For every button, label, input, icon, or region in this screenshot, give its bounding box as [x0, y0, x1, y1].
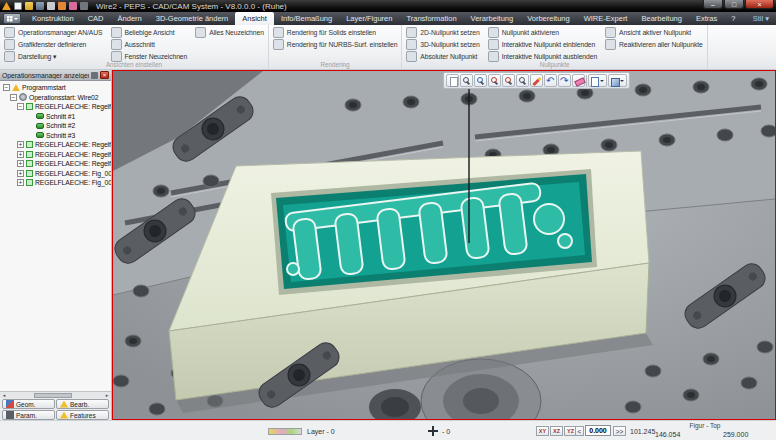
expand-toggle-icon[interactable]: [17, 160, 24, 167]
ribbon-button[interactable]: Grafikfenster definieren: [4, 39, 103, 50]
ribbon-button[interactable]: Rendering für NURBS-Surf. einstellen: [273, 39, 398, 50]
tree-row[interactable]: Schnitt #2: [0, 121, 111, 131]
ribbon-tab[interactable]: Ansicht: [235, 12, 274, 25]
ribbon-button-label: Grafikfenster definieren: [18, 41, 86, 48]
step-forward-button[interactable]: >>: [613, 426, 626, 436]
minimize-button[interactable]: –: [703, 0, 723, 9]
erase-icon[interactable]: [572, 74, 585, 87]
zoom-window-icon[interactable]: [488, 74, 501, 87]
step-value-input[interactable]: [585, 425, 611, 436]
ribbon-button[interactable]: 3D-Nullpunkt setzen: [406, 39, 479, 50]
app-logo-icon[interactable]: [2, 2, 11, 10]
expand-toggle-icon[interactable]: [17, 141, 24, 148]
expand-toggle-icon[interactable]: [17, 170, 24, 177]
tree-row[interactable]: REGELFLAECHE: Fig_000 / Fig_00: [0, 169, 111, 179]
panel-tab[interactable]: Geom.: [2, 399, 55, 409]
tree-row-label: Schnitt #1: [46, 113, 75, 120]
render-solids-icon: [273, 27, 284, 38]
scroll-right-icon[interactable]: ▸: [103, 392, 111, 399]
tree-row[interactable]: REGELFLAECHE: Regelfläche2 / F: [0, 102, 111, 112]
save-icon[interactable]: [36, 2, 44, 10]
ribbon-button[interactable]: Ansicht aktiver Nullpunkt: [605, 27, 703, 38]
expand-toggle-icon[interactable]: [17, 179, 24, 186]
expand-toggle-icon[interactable]: [10, 94, 17, 101]
layer-color-chip[interactable]: [268, 428, 302, 435]
undo-icon[interactable]: [544, 74, 557, 87]
toolbar-separator[interactable]: [586, 75, 587, 87]
horizontal-scrollbar[interactable]: ◂ ▸: [0, 391, 111, 398]
ribbon-tab[interactable]: Konstruktion: [25, 12, 81, 25]
pan-icon[interactable]: [428, 426, 438, 436]
ribbon-button[interactable]: Alles Neuzeichnen: [195, 27, 264, 38]
graphics-viewport[interactable]: [112, 70, 776, 420]
redraw-icon[interactable]: [530, 74, 543, 87]
ribbon-button[interactable]: Interaktive Nullpunkt einblenden: [488, 39, 597, 50]
tree-row[interactable]: Schnitt #3: [0, 131, 111, 141]
ribbon-button[interactable]: Reaktivieren aller Nullpunkte: [605, 39, 703, 50]
tree-row[interactable]: Schnitt #1: [0, 112, 111, 122]
scrollbar-thumb[interactable]: [34, 393, 72, 398]
tree-row[interactable]: REGELFLAECHE: Fig_002 / Fig_00: [0, 178, 111, 188]
app-menu-button[interactable]: [3, 13, 21, 24]
warning-icon: [12, 84, 20, 91]
zoom-previous-icon[interactable]: [502, 74, 515, 87]
panel-tab[interactable]: Features: [56, 410, 109, 420]
ribbon-button[interactable]: Beliebige Ansicht: [111, 27, 188, 38]
expand-toggle-icon[interactable]: [3, 84, 10, 91]
new-file-icon[interactable]: [14, 2, 22, 10]
ribbon-tab[interactable]: Bearbeitung: [634, 12, 688, 25]
tree-row[interactable]: REGELFLAECHE: Regelfläche3 / F: [0, 140, 111, 150]
ribbon-tab[interactable]: Verarbeitung: [464, 12, 521, 25]
views-icon[interactable]: [588, 74, 607, 87]
pin-icon[interactable]: [91, 72, 98, 79]
tree-row[interactable]: REGELFLAECHE: Regelfläche7 / F: [0, 150, 111, 160]
ribbon-tab[interactable]: 3D-Geometrie ändern: [149, 12, 236, 25]
panel-tab[interactable]: Param.: [2, 410, 55, 420]
zoom-in-icon[interactable]: [460, 74, 473, 87]
redo-arrow-icon[interactable]: [69, 2, 77, 10]
ribbon-tab[interactable]: Layer/Figuren: [339, 12, 399, 25]
settings-icon[interactable]: [80, 2, 88, 10]
print-icon[interactable]: [47, 2, 55, 10]
plane-toggle-button[interactable]: XY: [536, 426, 549, 436]
surface-icon: [26, 160, 33, 167]
surface-icon: [26, 141, 33, 148]
ribbon-tab[interactable]: Info/Bemaßung: [274, 12, 339, 25]
close-button[interactable]: ×: [745, 0, 774, 9]
surface-icon: [26, 151, 33, 158]
tree-row[interactable]: REGELFLAECHE: Regelfläche6 / F: [0, 159, 111, 169]
ribbon-button[interactable]: 2D-Nullpunkt setzen: [406, 27, 479, 38]
panel-tab[interactable]: Bearb.: [56, 399, 109, 409]
ribbon-tab[interactable]: WIRE-Expert: [577, 12, 635, 25]
expand-toggle-icon[interactable]: [17, 103, 24, 110]
ribbon-tab[interactable]: Vorbereitung: [520, 12, 577, 25]
redo-icon[interactable]: [558, 74, 571, 87]
panel-close-button[interactable]: ×: [100, 71, 109, 79]
ribbon-button[interactable]: Nullpunkt aktivieren: [488, 27, 597, 38]
ribbon-tab[interactable]: Ändern: [111, 12, 149, 25]
ribbon-tab[interactable]: Transformation: [399, 12, 463, 25]
shading-icon[interactable]: [608, 74, 627, 87]
page-icon[interactable]: [446, 74, 459, 87]
ribbon-button-label: Reaktivieren aller Nullpunkte: [619, 41, 703, 48]
ribbon-tab[interactable]: Extras: [689, 12, 724, 25]
expand-toggle-icon[interactable]: [17, 151, 24, 158]
tree-row-label: Schnitt #2: [46, 122, 75, 129]
ribbon-button[interactable]: Ausschnitt: [111, 39, 188, 50]
datum-view-icon: [605, 27, 616, 38]
ribbon-tab[interactable]: CAD: [81, 12, 111, 25]
tree-row[interactable]: Programmstart: [0, 83, 111, 93]
open-folder-icon[interactable]: [25, 2, 33, 10]
maximize-button[interactable]: □: [724, 0, 744, 9]
style-button[interactable]: Stil ▾: [749, 12, 773, 25]
scroll-left-icon[interactable]: ◂: [0, 392, 8, 399]
step-back-button[interactable]: <: [575, 426, 584, 436]
undo-arrow-icon[interactable]: [58, 2, 66, 10]
ribbon-button[interactable]: Operationsmanager AN/AUS: [4, 27, 103, 38]
plane-toggle-button[interactable]: XZ: [550, 426, 563, 436]
ribbon-tab[interactable]: ?: [724, 12, 742, 25]
ribbon-button[interactable]: Rendering für Solids einstellen: [273, 27, 398, 38]
tree-row[interactable]: Operationsstart: Wire02: [0, 93, 111, 103]
zoom-all-icon[interactable]: [516, 74, 529, 87]
zoom-dynamic-icon[interactable]: [474, 74, 487, 87]
